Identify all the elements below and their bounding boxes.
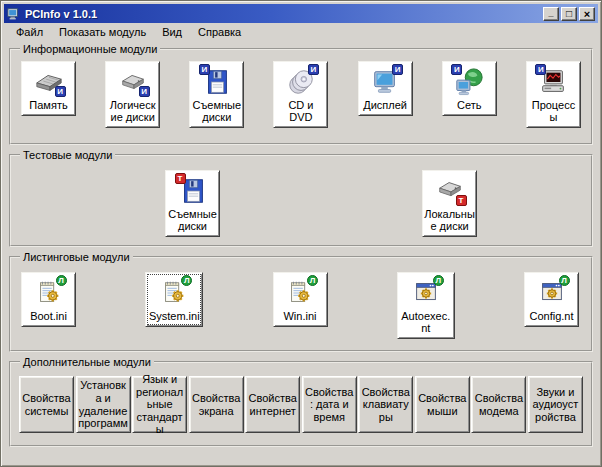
- listing-badge: Л: [307, 275, 318, 286]
- module-label: Съемные диски: [191, 99, 242, 124]
- group-test-title: Тестовые модули: [20, 149, 115, 161]
- extra-button-keyboard-properties[interactable]: Свойства клавиатуры: [358, 376, 413, 433]
- module-label: Config.nt: [529, 310, 573, 322]
- menu-help[interactable]: Справка: [190, 24, 249, 41]
- group-extra-modules: Дополнительные модули Свойства системы У…: [9, 356, 593, 447]
- module-label: System.ini: [149, 310, 200, 322]
- window-title: PCInfo v 1.0.1: [25, 8, 543, 20]
- group-informational-modules: Информационные модули И Память: [9, 43, 593, 145]
- module-button-system-ini[interactable]: Л System.ini: [145, 272, 203, 327]
- module-label: Дисплей: [363, 99, 407, 111]
- listing-badge: Л: [559, 275, 570, 286]
- test-badge: Т: [175, 173, 186, 184]
- module-label: Процессы: [528, 99, 579, 124]
- module-label: Память: [29, 99, 67, 111]
- extra-button-sounds-audio[interactable]: Звуки и аудиоустройства: [528, 376, 583, 433]
- menu-view[interactable]: Вид: [154, 24, 190, 41]
- app-icon: [7, 7, 21, 21]
- module-button-boot-ini[interactable]: Л Boot.ini: [21, 272, 76, 327]
- module-button-removable-disks-info[interactable]: И Съемные диски: [189, 61, 244, 128]
- menu-bar: Файл Показать модуль Вид Справка: [4, 23, 598, 42]
- group-informational-title: Информационные модули: [20, 43, 160, 55]
- module-button-local-disks-test[interactable]: Т Локальные диски: [422, 170, 477, 237]
- info-badge: И: [535, 64, 546, 75]
- test-badge: Т: [456, 195, 467, 206]
- info-badge: И: [392, 64, 403, 75]
- extra-button-system-properties[interactable]: Свойства системы: [19, 376, 74, 433]
- group-extra-title: Дополнительные модули: [20, 356, 154, 368]
- module-button-cd-dvd[interactable]: И CD и DVD: [273, 61, 328, 128]
- minimize-button[interactable]: _: [543, 7, 559, 21]
- module-button-removable-disks-test[interactable]: Т Съемные диски: [165, 170, 220, 237]
- extra-button-add-remove-programs[interactable]: Установка и удаление программ: [76, 376, 131, 433]
- module-label: CD и DVD: [275, 99, 326, 124]
- close-button[interactable]: ×: [579, 7, 595, 21]
- menu-show-module[interactable]: Показать модуль: [51, 24, 154, 41]
- info-badge: И: [451, 64, 462, 75]
- module-label: Autoexec.nt: [399, 310, 453, 335]
- extra-button-modem-properties[interactable]: Свойства модема: [471, 376, 526, 433]
- listing-badge: Л: [433, 275, 444, 286]
- module-label: Логические диски: [107, 99, 158, 124]
- module-groups: Информационные модули И Память: [4, 42, 598, 447]
- module-label: Boot.ini: [30, 310, 67, 322]
- extra-button-mouse-properties[interactable]: Свойства мыши: [415, 376, 470, 433]
- extra-button-display-properties[interactable]: Свойства экрана: [189, 376, 244, 433]
- maximize-button[interactable]: □: [561, 7, 577, 21]
- group-listing-title: Листинговые модули: [20, 251, 133, 263]
- info-badge: И: [55, 86, 66, 97]
- module-label: Win.ini: [283, 310, 316, 322]
- module-button-config-nt[interactable]: Л Config.nt: [524, 272, 579, 327]
- module-button-processes[interactable]: И Процессы: [526, 61, 581, 128]
- module-button-win-ini[interactable]: Л Win.ini: [273, 272, 328, 327]
- module-label: Съемные диски: [167, 208, 218, 233]
- group-test-modules: Тестовые модули Т Съемные диски: [9, 149, 593, 247]
- module-button-autoexec-nt[interactable]: Л Autoexec.nt: [397, 272, 455, 339]
- module-label: Локальные диски: [424, 208, 475, 233]
- listing-badge: Л: [181, 275, 192, 286]
- module-button-logical-disks[interactable]: И Логические диски: [105, 61, 160, 128]
- info-badge: И: [139, 86, 150, 97]
- module-button-network[interactable]: И Сеть: [442, 61, 497, 116]
- info-badge: И: [199, 64, 210, 75]
- info-badge: И: [308, 64, 319, 75]
- module-button-display[interactable]: И Дисплей: [358, 61, 413, 116]
- extra-button-internet-properties[interactable]: Свойства интернет: [245, 376, 300, 433]
- listing-badge: Л: [56, 275, 67, 286]
- menu-file[interactable]: Файл: [8, 24, 51, 41]
- extra-button-regional-settings[interactable]: Язык и региональные стандарты: [132, 376, 187, 433]
- app-window: PCInfo v 1.0.1 _ □ × Файл Показать модул…: [0, 0, 602, 467]
- extra-button-date-time[interactable]: Свойства: дата и время: [302, 376, 357, 433]
- module-label: Сеть: [457, 99, 481, 111]
- module-button-memory[interactable]: И Память: [21, 61, 76, 116]
- group-listing-modules: Листинговые модули: [9, 251, 593, 352]
- title-bar[interactable]: PCInfo v 1.0.1 _ □ ×: [4, 4, 598, 23]
